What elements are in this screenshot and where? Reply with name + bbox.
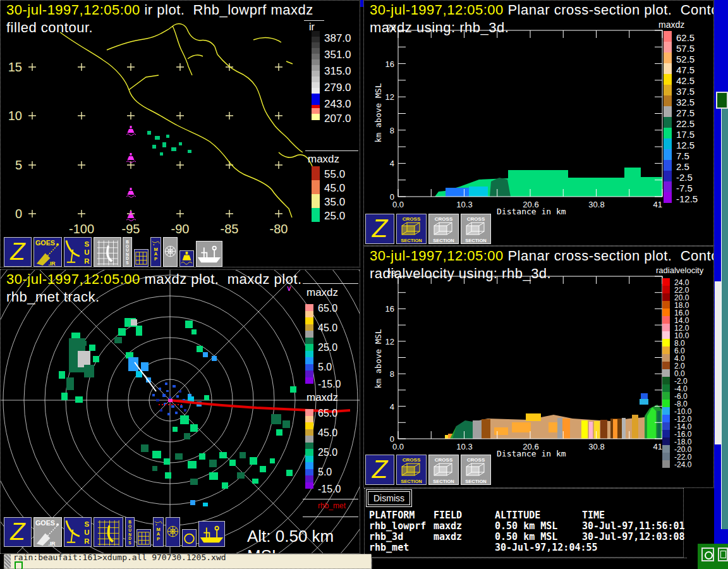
web-button[interactable]: [163, 237, 178, 267]
svg-text:Z: Z: [9, 518, 26, 545]
table-cell: FIELD: [434, 510, 495, 521]
buoy-marker: [126, 211, 136, 221]
colorbar-band: [312, 114, 320, 120]
svg-text:0.0: 0.0: [392, 442, 404, 451]
colorbar-tick: 2.5: [676, 161, 689, 172]
svg-text:SECTION: SECTION: [465, 238, 486, 243]
colorbar-tick: 62.5: [676, 32, 695, 43]
svg-text:CROSS: CROSS: [435, 216, 453, 222]
colorbar-tick: 25.0: [318, 342, 337, 353]
colorbar-band: [664, 42, 672, 52]
table-cell: 0.50 km MSL: [495, 521, 582, 532]
web-button[interactable]: [166, 517, 180, 547]
grid-button[interactable]: [136, 529, 151, 547]
colorbar-tick: 315.0: [324, 65, 351, 78]
map-button[interactable]: MAP: [153, 517, 164, 547]
table-header: PLATFORMFIELDALTITUDETIME: [369, 510, 685, 521]
colorbar-band: [305, 409, 313, 416]
zebra-button[interactable]: Z: [365, 455, 394, 485]
table-cell: ALTITUDE: [495, 510, 582, 521]
circle-button[interactable]: [182, 529, 197, 547]
colorbar-band: [312, 166, 320, 180]
svg-text:12: 12: [385, 337, 394, 346]
ship-button[interactable]: [196, 241, 222, 267]
colorbar-band: [312, 65, 320, 71]
window-ir-plot: 151050-100-95-90-85-80 30-jul-1997,12:05…: [0, 0, 360, 267]
svg-text:Z: Z: [372, 214, 389, 242]
svg-text:CROSS: CROSS: [435, 457, 453, 463]
terminal-scrollbar[interactable]: [4, 554, 11, 568]
map-button[interactable]: MAP: [150, 237, 161, 267]
cross-button[interactable]: CROSSSECTION: [428, 214, 459, 244]
colorbar-tick: 65.0: [318, 303, 337, 314]
table-row: rhb_3dmaxdz0.50 km MSL30-Jul-97,12:03:08: [369, 532, 685, 542]
colorbar-band: [662, 339, 670, 346]
zebra-button[interactable]: Z: [365, 214, 394, 244]
table-cell: maxdz: [434, 532, 495, 542]
svg-text:S: S: [128, 541, 131, 545]
colorbar-band: [664, 63, 672, 74]
svg-text:Z: Z: [9, 238, 26, 265]
table-row: rhb_met30-Jul-97,12:04:55: [369, 542, 685, 553]
dismiss-button[interactable]: Dismiss: [368, 491, 410, 505]
rgrid-button[interactable]: [94, 517, 123, 547]
table-row: rhb_lowprfmaxdz0.50 km MSL30-Jul-97,11:5…: [369, 521, 685, 532]
svg-text:Z: Z: [372, 455, 389, 483]
zebra-button[interactable]: Z: [4, 517, 32, 547]
background-scrollbar[interactable]: [715, 281, 721, 444]
taskbar-doc-icon[interactable]: [718, 548, 728, 561]
cross-button[interactable]: CROSSSECTION: [461, 455, 491, 485]
bounds-button[interactable]: BOUNDS: [123, 237, 132, 267]
svg-text:CROSS: CROSS: [467, 216, 485, 222]
colorbar-band: [305, 377, 313, 384]
colorbar-tick: 12.5: [676, 140, 695, 150]
svg-text:-95: -95: [122, 222, 140, 236]
background-window-icon[interactable]: [716, 92, 728, 109]
goes-button[interactable]: GOES.IR: [33, 517, 62, 547]
svg-text:.IR: .IR: [48, 541, 56, 546]
rgrid-button[interactable]: [94, 237, 121, 267]
grid-button[interactable]: [134, 249, 149, 267]
table-cell: maxdz: [434, 521, 495, 532]
ppi-title-line2: rhb_met track.: [6, 289, 100, 305]
colorbar-tick: 45.0: [324, 182, 345, 195]
cross-button[interactable]: CROSSSECTION: [461, 214, 491, 244]
colorbar-tick: 243.0: [324, 98, 351, 111]
ship-button[interactable]: [198, 521, 225, 547]
colorbar-band: [312, 42, 320, 48]
buoy-button[interactable]: [179, 250, 194, 267]
colorbar-band: [662, 430, 670, 437]
ir-colorbar: 387.0351.0315.0279.0243.0207.0: [312, 31, 320, 120]
colorbar-band: [305, 317, 313, 324]
svg-text:S: S: [84, 520, 89, 528]
colorbar-band: [305, 370, 313, 377]
zebra-button[interactable]: Z: [4, 237, 32, 267]
table-cell: 30-Jul-97,12:04:55: [495, 542, 582, 553]
svg-text:SECTION: SECTION: [401, 479, 422, 484]
colorbar-tick: 351.0: [324, 49, 351, 61]
colorbar-band: [664, 117, 672, 128]
svg-text:S: S: [126, 260, 129, 265]
taskbar-circle-icon[interactable]: [701, 548, 714, 561]
terminal-window[interactable]: rain:beaufait:161>xdump.all 970730.1205.…: [4, 554, 372, 569]
window-ppi-maxdz: 30-jul-1997,12:05:00 maxdz plot. maxdz p…: [0, 269, 360, 554]
colorbar-band: [664, 128, 672, 138]
sur-button[interactable]: SUR: [64, 517, 92, 547]
svg-text:.IR: .IR: [48, 260, 56, 266]
colorbar-band: [662, 377, 670, 384]
table-cell: 30-Jul-97,11:56:01: [582, 520, 685, 532]
cross-button[interactable]: CROSSSECTION: [396, 455, 427, 485]
xs2-ylabel: km above MSL: [373, 329, 383, 389]
buoy-marker: [126, 188, 136, 198]
cross-button[interactable]: CROSSSECTION: [428, 455, 459, 485]
colorbar-band: [664, 149, 672, 160]
colorbar-band: [662, 309, 670, 316]
colorbar-band: [662, 362, 670, 369]
bounds-button[interactable]: BOUNDS: [125, 517, 135, 547]
svg-text:R: R: [84, 257, 90, 265]
goes-button[interactable]: GOES.IR: [33, 237, 62, 267]
colorbar-band: [662, 354, 670, 362]
sur-button[interactable]: SUR: [64, 237, 92, 267]
ir-toolbar: ZGOES.IRSURBOUNDSMAP: [1, 237, 360, 267]
cross-button[interactable]: CROSSSECTION: [396, 214, 427, 244]
